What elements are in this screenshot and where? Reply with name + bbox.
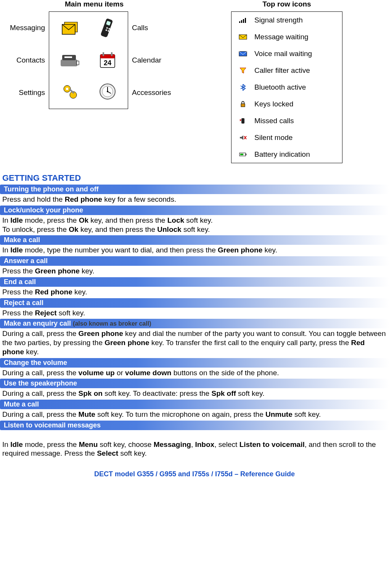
section-body: During a call, press the Spk on soft key… [0,388,389,399]
keys-locked-label: Keys locked [254,100,293,108]
svg-rect-15 [111,52,113,56]
menu-labels-left: Messaging Contacts Settings [3,11,49,109]
battery-label: Battery indication [254,150,310,159]
section-title: GETTING STARTED [0,171,389,184]
svg-rect-18 [66,88,68,90]
section-body: In Idle mode, press the Ok key, and then… [0,215,389,235]
messaging-icon [51,14,88,44]
contacts-icon [51,45,88,75]
svg-rect-29 [245,18,246,23]
menu-label-messaging: Messaging [3,24,45,32]
svg-text:24: 24 [103,59,111,67]
section-body: In Idle mode, press the Menu soft key, c… [0,430,389,459]
message-waiting-icon [231,34,254,40]
section-bar: Mute a call [0,400,389,409]
section-bar: Make a call [0,235,389,245]
section-body: During a call, press the volume up or vo… [0,368,389,378]
menu-labels-right: Calls Calendar Accessories [128,11,185,109]
silent-mode-label: Silent mode [254,133,293,142]
menu-label-contacts: Contacts [3,56,45,64]
svg-rect-10 [64,56,72,58]
section-body: Press the Reject soft key. [0,308,389,318]
svg-rect-34 [241,118,244,124]
battery-icon [231,151,254,158]
settings-icon [51,77,88,106]
svg-rect-26 [239,21,240,23]
section-bar: Reject a call [0,298,389,308]
section-body: Press the Green phone key. [0,266,389,276]
top-icons-heading: Top row icons [262,0,311,8]
svg-rect-13 [100,55,115,58]
footer: DECT model G355 / G955 and I755s / I755d… [0,470,389,482]
bluetooth-label: Bluetooth active [254,83,306,92]
svg-rect-33 [241,104,245,107]
svg-rect-28 [243,19,244,23]
accessories-icon [89,77,125,106]
menu-label-settings: Settings [3,88,45,97]
silent-mode-icon [231,134,254,141]
section-bar: Listen to voicemail messages [0,421,389,430]
missed-calls-label: Missed calls [254,117,294,125]
section-bar: Make an enquiry call (also known as brok… [0,319,389,328]
section-bar: End a call [0,277,389,287]
main-menu-section: Main menu items Messaging Contacts Setti… [3,0,185,163]
menu-label-calendar: Calendar [132,56,185,64]
keys-locked-icon [231,101,254,108]
svg-rect-40 [240,154,243,155]
svg-rect-11 [77,61,79,65]
section-body: During a call, press the Green phone key… [0,328,389,357]
main-menu-heading: Main menu items [65,0,124,8]
section-body: During a call, press the Mute soft key. … [0,409,389,420]
caller-filter-label: Caller filter active [254,66,310,75]
bluetooth-icon [231,84,254,91]
voicemail-waiting-icon [231,50,254,57]
voicemail-waiting-label: Voice mail waiting [254,50,312,58]
menu-grid: 24 [49,11,128,109]
svg-rect-14 [103,52,104,56]
svg-rect-8 [61,59,77,66]
top-row-icons-section: Top row icons Signal strength Message wa… [231,0,342,163]
section-body: Press the Red phone key. [0,287,389,297]
caller-filter-icon [231,67,254,74]
section-bar: Change the volume [0,358,389,368]
svg-marker-32 [240,68,246,73]
section-bar: Answer a call [0,256,389,266]
svg-marker-35 [240,135,243,140]
svg-point-25 [107,91,108,92]
section-subtitle: (also known as broker call) [73,320,151,327]
missed-calls-icon [231,117,254,124]
sections-container: Turning the phone on and off Press and h… [0,185,389,459]
svg-rect-39 [246,154,246,155]
signal-strength-label: Signal strength [254,16,303,24]
message-waiting-label: Message waiting [254,33,309,41]
signal-strength-icon [231,17,254,24]
calendar-icon: 24 [89,45,125,75]
section-body: In Idle mode, type the number you want t… [0,245,389,255]
menu-label-accessories: Accessories [132,88,185,97]
section-bar: Turning the phone on and off [0,185,389,194]
calls-icon [89,14,125,44]
section-body: Press and hold the Red phone key for a f… [0,194,389,205]
top-icons-table: Signal strength Message waiting Voice ma… [231,11,342,163]
svg-rect-27 [241,20,242,23]
top-section: Main menu items Messaging Contacts Setti… [0,0,389,171]
menu-label-calls: Calls [132,24,185,32]
section-bar: Lock/unlock your phone [0,206,389,215]
section-bar: Use the speakerphone [0,379,389,388]
